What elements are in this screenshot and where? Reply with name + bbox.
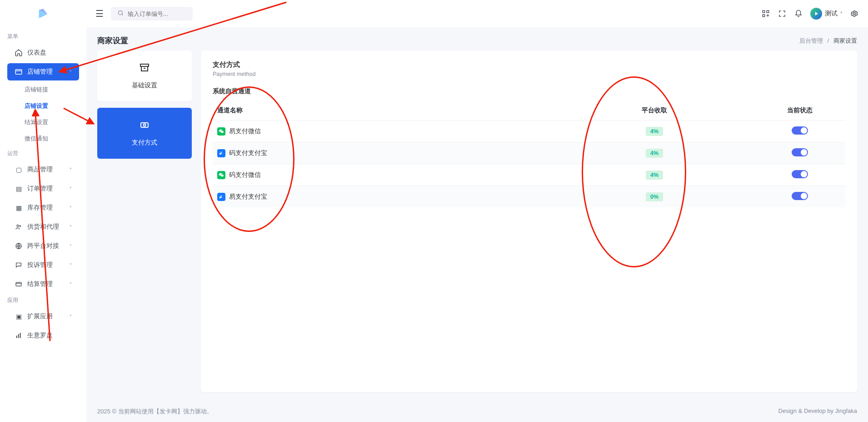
panel-subtitle: Payment method [213,71,845,77]
svg-rect-9 [763,10,765,13]
group-title: 系统自营通道 [213,87,845,95]
nav-supply-label: 供货和代理 [27,223,59,231]
chevron-down-icon: ˅ [70,167,72,172]
sub-store-link[interactable]: 店铺链接 [11,81,86,98]
nav-dashboard[interactable]: 仪表盘 [7,44,79,61]
nav-goods-label: 商品管理 [27,166,53,174]
people-icon [15,223,23,231]
table-row: 易支付支付宝0% [213,186,845,208]
status-toggle[interactable] [792,126,808,135]
svg-rect-5 [16,336,17,338]
alipay-icon [217,149,225,157]
apps-icon: ▣ [15,312,23,321]
bars-icon [15,332,23,340]
channel-name: 易支付支付宝 [229,193,267,201]
fee-badge: 4% [646,149,663,158]
chevron-down-icon: ˅ [70,225,72,230]
channel-name: 易支付微信 [229,127,261,136]
table-row: 易支付微信4% [213,121,845,142]
search-box[interactable] [111,7,193,20]
panel-title: 支付方式 [213,60,845,69]
fee-badge: 4% [646,171,663,180]
panel-payment: 支付方式 Payment method 系统自营通道 通道名称 平台收取 当前状… [201,50,857,392]
side-tab-basic[interactable]: 基础设置 [97,50,192,101]
nav-goods[interactable]: ▢ 商品管理 ˅ [7,161,79,178]
page-title: 商家设置 [97,35,128,46]
logo [0,7,86,21]
side-tab-payment[interactable]: 支付方式 [97,108,192,159]
nav-orders[interactable]: ▤ 订单管理 ˅ [7,180,79,197]
svg-point-12 [853,13,856,15]
crumb-root[interactable]: 后台管理 [799,37,823,44]
chevron-down-icon: ˅ [840,11,843,16]
nav-stock[interactable]: ▦ 库存管理 ˅ [7,199,79,216]
nav-biz-compass[interactable]: 生意罗盘 [7,327,79,344]
col-status: 当前状态 [754,101,845,121]
wechat-icon [217,171,225,179]
alipay-icon [217,193,225,201]
nav-settlement-label: 结算管理 [27,280,53,288]
nav-ext-apps-label: 扩展应用 [27,312,53,321]
fullscreen-icon[interactable] [778,9,787,18]
svg-rect-13 [140,64,149,66]
svg-rect-6 [18,334,19,338]
user-menu[interactable]: 测试 ˅ [810,8,843,20]
chevron-down-icon: ˅ [70,314,72,319]
nav-complaint[interactable]: 投诉管理 ˅ [7,256,79,274]
svg-rect-4 [16,282,21,286]
chevron-down-icon: ˅ [70,186,72,191]
fee-badge: 4% [646,127,663,136]
chevron-down-icon: ˅ [70,282,72,287]
crumb-sep: / [828,37,829,44]
footer: 2025 © 当前网站使用【发卡网】强力驱动。 Design & Develop… [86,401,868,422]
archive-icon [139,62,150,76]
nav-cross-label: 跨平台对接 [27,242,59,250]
svg-point-8 [119,11,123,15]
page-header: 商家设置 后台管理 / 商家设置 [86,27,868,50]
svg-point-15 [144,124,146,126]
channels-table: 通道名称 平台收取 当前状态 易支付微信4%码支付支付宝4%码支付微信4%易支付… [213,101,845,207]
svg-rect-0 [15,70,22,75]
nav-settlement[interactable]: 结算管理 ˅ [7,276,79,293]
status-toggle[interactable] [792,192,808,200]
chat-icon [15,261,23,269]
topbar: ☰ [86,0,868,27]
nav-dashboard-label: 仪表盘 [27,49,46,57]
svg-rect-10 [767,10,769,13]
side-tab-basic-label: 基础设置 [132,81,157,90]
side-tabs: 基础设置 支付方式 [97,50,192,392]
section-ops: 运营 [0,147,86,160]
nav-store-mgmt[interactable]: 店铺管理 ˄ [7,63,79,80]
sub-settlement-settings[interactable]: 结算设置 [11,114,86,131]
sub-store-settings[interactable]: 店铺设置 [11,98,86,114]
crumb-current: 商家设置 [833,37,857,44]
box-icon: ▢ [15,166,23,174]
bell-icon[interactable] [794,9,803,18]
avatar [810,8,822,20]
nav-cross[interactable]: 跨平台对接 ˅ [7,237,79,255]
wechat-icon [217,127,225,136]
nav-store-mgmt-label: 店铺管理 [27,68,53,76]
order-icon: ▤ [15,185,23,193]
side-tab-payment-label: 支付方式 [132,139,157,147]
status-toggle[interactable] [792,170,808,178]
nav-ext-apps[interactable]: ▣ 扩展应用 ˅ [7,308,79,325]
nav-biz-compass-label: 生意罗盘 [27,332,53,340]
svg-point-1 [17,225,19,226]
sub-wechat-notify[interactable]: 微信通知 [11,131,86,147]
search-input[interactable] [128,10,186,17]
table-row: 码支付微信4% [213,164,845,186]
sidebar: 菜单 仪表盘 店铺管理 ˄ 店铺链接 店铺设置 结算设置 微信通知 运营 ▢ 商… [0,0,86,422]
nav-supply[interactable]: 供货和代理 ˅ [7,218,79,236]
eye-icon [139,120,150,133]
channel-name: 码支付支付宝 [229,149,267,157]
nav-stock-label: 库存管理 [27,204,53,212]
grid-icon: ▦ [15,204,23,212]
svg-rect-11 [763,15,765,17]
nav-complaint-label: 投诉管理 [27,261,53,269]
user-name: 测试 [825,10,838,18]
hamburger-icon[interactable]: ☰ [95,8,104,19]
apps-grid-icon[interactable] [761,9,770,18]
gear-icon[interactable] [850,9,859,18]
status-toggle[interactable] [792,148,808,156]
